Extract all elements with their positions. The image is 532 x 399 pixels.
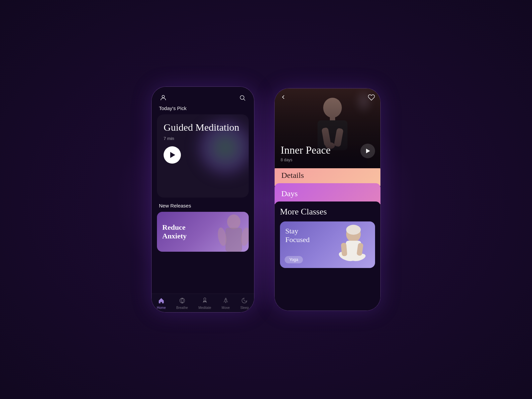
person-silhouette-svg [202, 212, 249, 252]
focused-text: Focused [285, 235, 310, 244]
nav-home[interactable]: Home [157, 297, 166, 310]
anxiety-text: Anxiety [162, 232, 187, 240]
svg-point-17 [346, 225, 361, 235]
svg-point-3 [227, 214, 240, 229]
release-card-person [202, 212, 249, 252]
home-icon [158, 297, 165, 305]
hero-play-button[interactable] [360, 144, 375, 158]
profile-icon[interactable] [159, 93, 168, 102]
sleep-icon [241, 297, 248, 305]
play-button[interactable] [164, 146, 181, 164]
meditate-label: Meditate [199, 306, 211, 310]
move-label: Move [222, 306, 230, 310]
yoga-tag: Yoga [285, 256, 303, 263]
hero-days: 8 days [281, 158, 292, 162]
phone-2: Inner Peace 8 days Details Days Mor [274, 88, 381, 311]
breathe-icon [179, 297, 186, 305]
svg-rect-4 [225, 228, 242, 252]
meditate-icon [201, 297, 208, 305]
sleep-label: Sleep [240, 306, 249, 310]
more-classes-section: More Classes Stay Focused Yoga [275, 201, 380, 311]
hero-section: Inner Peace 8 days [275, 88, 380, 168]
nav-move[interactable]: Move [222, 297, 230, 310]
svg-point-8 [225, 298, 226, 299]
class-card-person [329, 221, 375, 268]
svg-point-1 [240, 95, 244, 99]
svg-line-2 [244, 99, 245, 101]
meditation-duration: 7 min [164, 136, 242, 141]
svg-point-0 [162, 95, 164, 98]
back-button[interactable] [280, 94, 287, 102]
phone-1: Today's Pick Guided Meditation 7 min New… [151, 86, 254, 313]
todays-pick-label: Today's Pick [152, 105, 254, 114]
new-releases-label: New Releases [152, 198, 254, 212]
todays-pick-card: Guided Meditation 7 min [157, 114, 249, 198]
release-card[interactable]: Reduce Anxiety [157, 212, 249, 252]
phone1-header [152, 87, 254, 105]
days-accordion[interactable]: Days [275, 183, 380, 204]
svg-point-7 [180, 298, 185, 303]
move-icon [222, 297, 229, 305]
home-label: Home [157, 306, 166, 310]
accordion-section: Details Days [275, 168, 380, 204]
bottom-nav: Home Breathe [152, 294, 254, 312]
more-classes-title: More Classes [280, 207, 375, 217]
search-icon[interactable] [238, 93, 247, 102]
days-title: Days [281, 189, 374, 198]
breathe-label: Breathe [176, 306, 188, 310]
play-icon [170, 152, 175, 158]
nav-breathe[interactable]: Breathe [176, 297, 188, 310]
class-card[interactable]: Stay Focused Yoga [280, 221, 375, 268]
stay-text: Stay [285, 227, 298, 235]
nav-sleep[interactable]: Sleep [240, 297, 249, 310]
meditation-title: Guided Meditation [164, 122, 242, 133]
reduce-text: Reduce [162, 223, 186, 231]
nav-meditate[interactable]: Meditate [199, 297, 211, 310]
details-title: Details [281, 171, 374, 180]
class-title: Stay Focused [285, 227, 310, 244]
release-title: Reduce Anxiety [162, 223, 187, 241]
heart-button[interactable] [368, 94, 375, 103]
hero-title: Inner Peace [281, 144, 331, 156]
phones-container: Today's Pick Guided Meditation 7 min New… [151, 86, 381, 313]
hero-play-icon [366, 149, 370, 153]
yoga-person-svg [329, 221, 375, 268]
